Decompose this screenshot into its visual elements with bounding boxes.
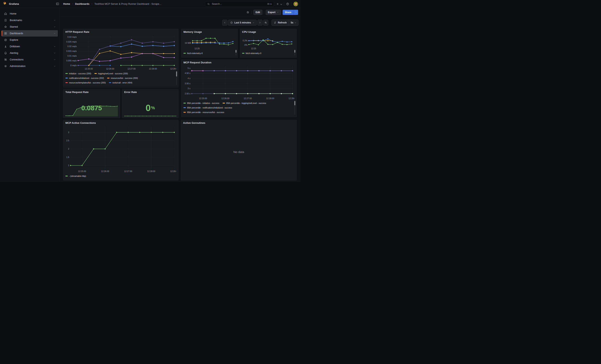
user-avatar[interactable]	[293, 2, 298, 6]
time-range-label: Last 5 minutes	[234, 21, 251, 24]
panel-title[interactable]: CPU Usage	[242, 30, 295, 34]
legend-item[interactable]: initialize - success (200)	[65, 72, 91, 75]
sidebar-item-alerting[interactable]: Alerting	[2, 50, 58, 56]
divider	[291, 2, 291, 6]
sidebar: HomeBookmarksStarredDashboardsExploreDri…	[0, 8, 60, 182]
legend-item[interactable]: - (streamable-http)	[65, 175, 86, 177]
sidebar-item-label: Explore	[10, 39, 18, 41]
legend-item[interactable]: resources/list - success (200)	[107, 77, 138, 79]
http-request-rate-chart[interactable]: 0 req/s0.005 req/s0.01 req/s0.015 req/s0…	[65, 34, 176, 70]
chevron-right-icon	[91, 3, 93, 5]
panel-http-request-rate: HTTP Request Rate 0 req/s0.005 req/s0.01…	[63, 29, 179, 88]
bookmark-icon	[4, 19, 7, 22]
legend-scrollbar	[236, 50, 237, 56]
share-menu-button[interactable]	[293, 10, 298, 15]
memory-usage-chart[interactable]: 16 MiB12:25	[183, 34, 236, 50]
svg-text:0.015 req/s: 0.015 req/s	[66, 50, 77, 52]
panel-title[interactable]: MCP Request Duration	[183, 61, 295, 65]
search-input[interactable]	[211, 2, 266, 6]
breadcrumb-dashboards[interactable]: Dashboards	[75, 3, 90, 5]
time-range-picker[interactable]: Last 5 minutes	[228, 20, 257, 26]
breadcrumb-home[interactable]: Home	[63, 3, 70, 5]
legend-item[interactable]: fetch-telemetry-0	[242, 52, 261, 54]
legend-item[interactable]: 95th percentile - notifications/initiali…	[183, 107, 232, 109]
legend-series-color	[242, 53, 244, 54]
legend-series-label: 95th percentile - initialize - success	[187, 102, 220, 104]
panel-title[interactable]: MCP Active Connections	[65, 121, 176, 125]
legend-item[interactable]: resources/templates/list - success (200)	[65, 81, 106, 84]
legend-item[interactable]: 95th percentile - initialize - success	[183, 102, 220, 104]
scrollbar-thumb[interactable]	[294, 101, 295, 105]
sidebar-toggle-button[interactable]	[55, 2, 60, 6]
sidebar-item-dashboards[interactable]: Dashboards	[2, 30, 58, 37]
breadcrumb-current: ToolHive MCP Server & Proxy Runner Dashb…	[94, 3, 161, 5]
sidebar-item-home[interactable]: Home	[2, 10, 58, 17]
sidebar-item-drilldown[interactable]: Drilldown	[2, 43, 58, 50]
scrollbar-thumb[interactable]	[236, 50, 237, 53]
no-data-text: No data	[183, 125, 295, 179]
legend-item[interactable]: 95th percentile - resources/list - succe…	[183, 111, 224, 113]
sidebar-item-label: Home	[10, 12, 16, 15]
sidebar-item-bookmarks[interactable]: Bookmarks	[2, 17, 58, 23]
edit-button[interactable]: Edit	[253, 10, 262, 15]
panel-title[interactable]: HTTP Request Rate	[65, 30, 176, 34]
panel-mcp-active-connections: MCP Active Connections 11.522.5312:25:00…	[63, 120, 179, 180]
favorite-button[interactable]	[246, 10, 250, 14]
panel-title[interactable]: Total Request Rate	[65, 90, 118, 94]
panel-cpu-usage: CPU Usage 0.2%0%12:25 fetch-telemetry-0	[240, 29, 297, 58]
svg-text:12:29:00: 12:29:00	[170, 68, 176, 70]
cpu-legend: fetch-telemetry-0	[242, 51, 295, 56]
panel-title[interactable]: Active Goroutines	[183, 121, 295, 125]
export-button[interactable]: Export	[266, 10, 281, 15]
stat-value-wrap: 0.0875	[65, 94, 118, 117]
duration-legend: 95th percentile - initialize - success95…	[183, 101, 295, 115]
time-shift-forward-button[interactable]	[257, 20, 262, 26]
mcp-request-duration-chart[interactable]: 2.50 s3 s3.50 s4 s4.50 s5 s12:25:0012:26…	[183, 65, 295, 100]
panel-mcp-request-duration: MCP Request Duration 2.50 s3 s3.50 s4 s4…	[181, 59, 297, 117]
sidebar-item-starred[interactable]: Starred	[2, 24, 58, 30]
legend-item[interactable]: fetch-telemetry-0	[183, 52, 203, 54]
legend-item[interactable]: logging/setLevel - success (200)	[94, 72, 128, 75]
refresh-icon	[274, 21, 276, 24]
legend-series-label: fetch-telemetry-0	[246, 52, 261, 54]
mcp-active-connections-chart[interactable]: 11.522.5312:25:0012:26:0012:27:0012:28:0…	[65, 125, 176, 173]
scrollbar-thumb[interactable]	[294, 50, 295, 53]
search-box[interactable]: ⌘+k	[205, 1, 274, 7]
refresh-interval-picker[interactable]: 5s	[289, 20, 298, 26]
svg-text:12:27:00: 12:27:00	[127, 68, 136, 70]
legend-item[interactable]: tools/call - error (404)	[109, 81, 132, 84]
zoom-out-button[interactable]	[263, 20, 268, 26]
sidebar-item-label: Administration	[10, 65, 25, 68]
scrollbar-thumb[interactable]	[176, 71, 177, 77]
legend-series-color	[107, 78, 110, 79]
legend-item[interactable]: 95th percentile - logging/setLevel - suc…	[223, 102, 266, 104]
legend-series-color	[183, 103, 186, 104]
panel-error-rate: Error Rate 0%	[122, 89, 179, 118]
chevron-down-icon	[53, 52, 56, 54]
legend-series-label: 95th percentile - notifications/initiali…	[187, 107, 232, 109]
help-button[interactable]	[286, 2, 289, 6]
sidebar-item-explore[interactable]: Explore	[2, 37, 58, 43]
svg-text:1: 1	[68, 164, 69, 167]
time-shift-back-button[interactable]	[222, 20, 227, 26]
legend-series-label: logging/setLevel - success (200)	[98, 72, 128, 75]
sidebar-item-label: Dashboards	[10, 32, 23, 35]
total-request-rate-value: 0.0875	[81, 105, 102, 111]
panel-title[interactable]: Memory Usage	[183, 30, 236, 34]
cpu-usage-chart[interactable]: 0.2%0%12:25	[242, 34, 295, 50]
svg-text:3.50 s: 3.50 s	[185, 82, 190, 85]
panel-title[interactable]: Error Rate	[124, 90, 176, 94]
legend-series-label: resources/templates/list - success (200)	[69, 81, 106, 84]
chevron-down-icon	[53, 65, 56, 67]
sidebar-item-connections[interactable]: Connections	[2, 56, 58, 63]
add-button[interactable]	[276, 2, 282, 6]
grafana-logo-icon[interactable]	[2, 2, 7, 6]
svg-text:12:27:00: 12:27:00	[244, 97, 252, 99]
share-button[interactable]: Share	[283, 10, 293, 15]
help-circle-icon	[286, 2, 289, 6]
svg-text:3 s: 3 s	[188, 87, 190, 90]
sidebar-item-administration[interactable]: Administration	[2, 63, 58, 69]
refresh-button[interactable]: Refresh	[272, 20, 289, 26]
legend-item[interactable]: notifications/initialized - success (202…	[65, 77, 104, 79]
svg-text:0.02 req/s: 0.02 req/s	[67, 45, 77, 48]
